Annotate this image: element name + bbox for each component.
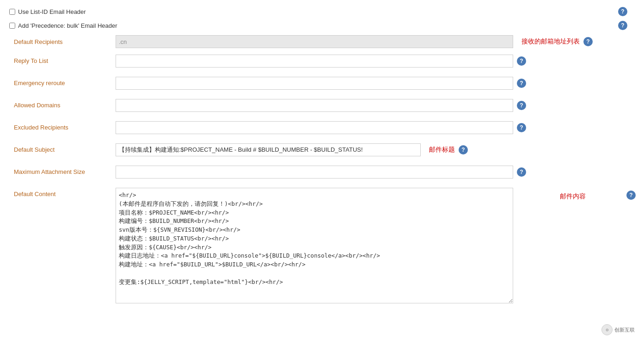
default-content-annotation: 邮件内容 [560, 192, 586, 201]
watermark-logo: ⊙ [601, 324, 613, 335]
default-content-label: Default Content [5, 188, 116, 197]
max-attachment-size-label: Maximum Attachment Size [5, 166, 116, 175]
default-recipients-row: Default Recipients 接收的邮箱地址列表 ? [0, 32, 644, 51]
default-subject-help-icon[interactable]: ? [459, 145, 468, 154]
reply-to-list-label: Reply To List [5, 55, 116, 64]
default-subject-label: Default Subject [5, 143, 116, 153]
emergency-reroute-label: Emergency reroute [5, 77, 116, 86]
default-content-textarea-wrapper: <hr/> (本邮件是程序自动下发的，请勿回复！)<br/><hr/> 项目名称… [116, 188, 623, 305]
use-list-id-label: Use List-ID Email Header [18, 8, 86, 15]
emergency-reroute-help-icon[interactable]: ? [517, 79, 526, 88]
default-subject-control: 邮件标题 ? [116, 143, 639, 156]
max-attachment-size-input[interactable] [116, 166, 513, 179]
default-recipients-label: Default Recipients [5, 38, 116, 45]
default-recipients-input-area: 接收的邮箱地址列表 ? [116, 35, 639, 48]
add-precedence-checkbox[interactable] [9, 23, 15, 29]
max-attachment-size-control: ? [116, 166, 639, 179]
excluded-recipients-control: ? [116, 121, 639, 134]
default-content-row: Default Content <hr/> (本邮件是程序自动下发的，请勿回复！… [0, 184, 644, 308]
default-content-control: <hr/> (本邮件是程序自动下发的，请勿回复！)<br/><hr/> 项目名称… [116, 188, 639, 305]
default-content-help-icon[interactable]: ? [626, 191, 636, 200]
watermark: ⊙ 创新互联 [601, 324, 635, 335]
default-content-textarea[interactable]: <hr/> (本邮件是程序自动下发的，请勿回复！)<br/><hr/> 项目名称… [116, 188, 513, 303]
default-recipients-annotation: 接收的邮箱地址列表 [521, 37, 580, 46]
reply-to-list-row: Reply To List ? [0, 51, 644, 73]
use-list-id-help-icon[interactable]: ? [618, 7, 627, 16]
emergency-reroute-row: Emergency reroute ? [0, 73, 644, 95]
max-attachment-size-row: Maximum Attachment Size ? [0, 162, 644, 184]
default-subject-row: Default Subject 邮件标题 ? [0, 140, 644, 162]
max-attachment-size-help-icon[interactable]: ? [517, 167, 526, 177]
allowed-domains-input[interactable] [116, 99, 513, 112]
default-recipients-input[interactable] [116, 35, 513, 48]
excluded-recipients-row: Excluded Recipients ? [0, 117, 644, 140]
add-precedence-row: Add 'Precedence: bulk' Email Header ? [0, 18, 644, 32]
add-precedence-label: Add 'Precedence: bulk' Email Header [18, 22, 117, 29]
emergency-reroute-input[interactable] [116, 77, 513, 90]
reply-to-list-control: ? [116, 55, 639, 68]
use-list-id-checkbox[interactable] [9, 9, 15, 15]
default-subject-annotation: 邮件标题 [429, 146, 455, 154]
watermark-text: 创新互联 [614, 327, 635, 333]
default-subject-input[interactable] [116, 143, 421, 156]
excluded-recipients-label: Excluded Recipients [5, 121, 116, 131]
reply-to-list-input[interactable] [116, 55, 513, 68]
allowed-domains-label: Allowed Domains [5, 99, 116, 109]
use-list-id-row: Use List-ID Email Header ? [0, 5, 644, 18]
reply-to-list-help-icon[interactable]: ? [517, 56, 526, 66]
default-recipients-help-icon[interactable]: ? [583, 37, 593, 46]
excluded-recipients-help-icon[interactable]: ? [517, 123, 526, 132]
emergency-reroute-control: ? [116, 77, 639, 90]
add-precedence-help-icon[interactable]: ? [618, 21, 627, 30]
excluded-recipients-input[interactable] [116, 121, 513, 134]
allowed-domains-control: ? [116, 99, 639, 112]
allowed-domains-row: Allowed Domains ? [0, 95, 644, 117]
allowed-domains-help-icon[interactable]: ? [517, 101, 526, 110]
